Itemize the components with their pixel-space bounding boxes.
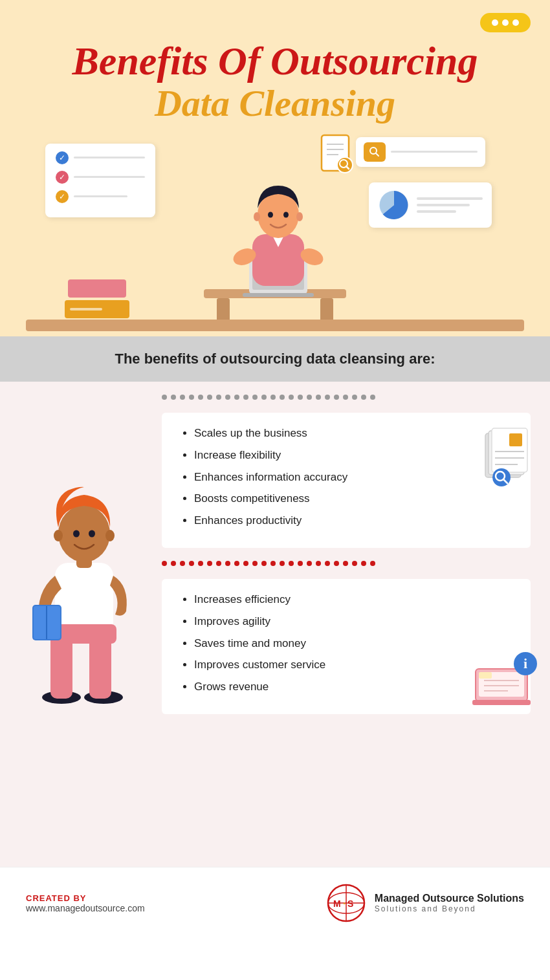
svg-text:i: i [523, 655, 527, 671]
subtitle-section: The benefits of outsourcing data cleansi… [0, 336, 550, 382]
svg-rect-39 [76, 558, 92, 568]
svg-rect-16 [243, 293, 314, 297]
benefit-item-6: Increases efficiency [194, 592, 518, 607]
benefits-list-top: Scales up the business Increase flexibil… [181, 426, 518, 528]
svg-line-8 [376, 153, 379, 156]
benefit-item-10: Grows revenue [194, 679, 518, 695]
box-pink [68, 279, 126, 298]
laptop-info-icon: i [472, 649, 540, 708]
benefits-inner: Scales up the business Increase flexibil… [19, 395, 531, 714]
svg-rect-58 [479, 672, 492, 679]
benefit-item-7: Improves agility [194, 614, 518, 629]
svg-point-24 [296, 212, 303, 221]
benefit-item-9: Improves customer service [194, 657, 518, 673]
dots-badge [480, 13, 531, 32]
footer-created-label: CREATED BY [26, 893, 145, 903]
left-person-area [19, 395, 149, 714]
title-line2: Data Cleansing [26, 83, 524, 124]
benefit-item-2: Increase flexibility [194, 448, 518, 463]
box-yellow [65, 300, 129, 318]
footer-website: www.managedoutsource.com [26, 903, 145, 913]
dotted-line-gray-top [162, 395, 531, 400]
header-section: Benefits Of Outsourcing Data Cleansing ✓… [0, 0, 550, 336]
benefits-section: Scales up the business Increase flexibil… [0, 382, 550, 867]
footer-right: M · S Managed Outsource Solutions Soluti… [327, 884, 524, 922]
benefit-item-8: Saves time and money [194, 636, 518, 651]
svg-point-23 [254, 212, 260, 221]
svg-point-21 [268, 212, 273, 217]
doc-search-icon [476, 426, 540, 490]
header-illustration: ✓ ✓ ✓ [26, 131, 524, 331]
svg-text:·: · [343, 898, 346, 909]
chart-lines [417, 197, 483, 213]
svg-point-36 [105, 530, 115, 541]
benefit-item-1: Scales up the business [194, 426, 518, 441]
dot-2 [502, 19, 509, 26]
benefit-item-3: Enhances information accuracy [194, 470, 518, 485]
check-icon-yellow: ✓ [56, 190, 69, 203]
dot-1 [492, 19, 498, 26]
footer-brand-tagline: Solutions and Beyond [375, 904, 524, 913]
benefit-item-4: Boosts competitiveness [194, 491, 518, 506]
svg-rect-52 [472, 700, 531, 705]
svg-point-22 [283, 212, 289, 217]
check-icon-blue: ✓ [56, 151, 69, 164]
check-icon-red: ✓ [56, 171, 69, 184]
checklist-card: ✓ ✓ ✓ [45, 144, 155, 217]
footer-logo: M · S [327, 884, 366, 922]
boxes-stack [65, 279, 129, 318]
chart-card [369, 182, 492, 228]
svg-text:S: S [347, 898, 353, 909]
search-card [356, 137, 485, 167]
person-desk [178, 150, 372, 331]
footer-brand: Managed Outsource Solutions Solutions an… [375, 893, 524, 913]
svg-rect-43 [509, 433, 522, 446]
benefits-box-bottom: Increases efficiency Improves agility Sa… [162, 579, 531, 714]
footer-section: CREATED BY www.managedoutsource.com M · … [0, 867, 550, 939]
svg-point-38 [89, 530, 95, 538]
benefits-list-bottom: Increases efficiency Improves agility Sa… [181, 592, 518, 695]
title-line1: Benefits Of Outsourcing [26, 39, 524, 83]
title-area: Benefits Of Outsourcing Data Cleansing [26, 13, 524, 124]
footer-brand-name: Managed Outsource Solutions [375, 893, 524, 904]
dotted-line-red [162, 561, 531, 566]
svg-point-35 [54, 530, 63, 541]
benefits-content: Scales up the business Increase flexibil… [162, 395, 531, 714]
benefits-box-top: Scales up the business Increase flexibil… [162, 413, 531, 548]
svg-text:M: M [333, 898, 341, 909]
subtitle-text: The benefits of outsourcing data cleansi… [26, 351, 524, 367]
svg-point-34 [58, 505, 110, 562]
pie-chart [378, 189, 410, 221]
footer-left: CREATED BY www.managedoutsource.com [26, 893, 145, 913]
svg-point-37 [73, 530, 80, 538]
benefit-item-5: Enhances productivity [194, 513, 518, 528]
dot-3 [512, 19, 519, 26]
desk-surface [26, 320, 524, 331]
